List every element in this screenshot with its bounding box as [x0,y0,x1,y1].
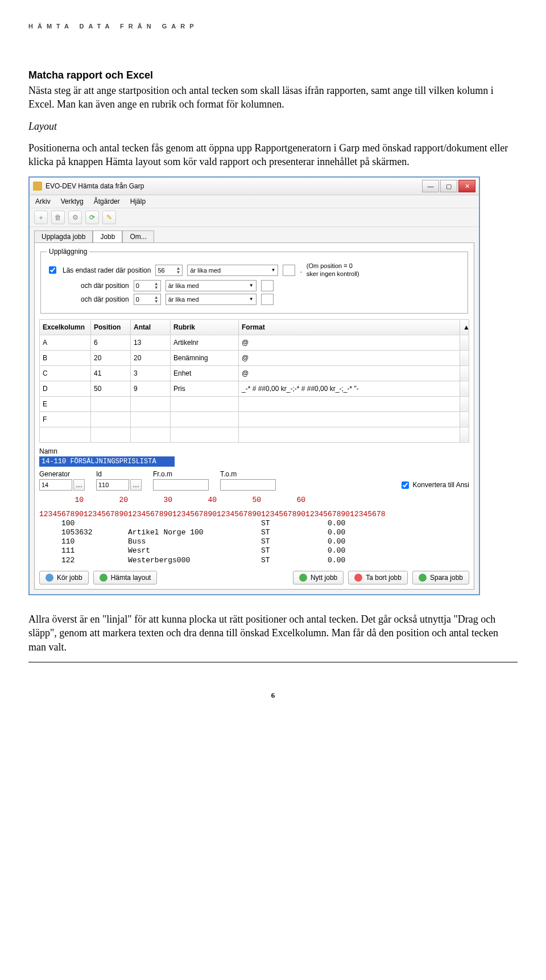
tab-upplagda-jobb[interactable]: Upplagda jobb [34,230,93,242]
id-input[interactable]: 110 [96,479,129,491]
app-icon [33,182,42,191]
page-number: 6 [28,691,518,700]
upplaggning-fieldset: Uppläggning Läs endast rader där positio… [40,248,468,313]
and-label-2: och där position [81,295,129,303]
op3-combo[interactable]: är lika med▼ [166,294,257,305]
gear-icon [46,574,53,582]
name-input[interactable]: 14-110 FÖRSÄLJNINGSPRISLISTA [39,456,175,467]
tab-body: Uppläggning Läs endast rader där positio… [34,242,474,590]
grid-header-position[interactable]: Position [91,319,131,335]
app-window: EVO-DEV Hämta data från Garp — ▢ ✕ Arkiv… [28,176,480,595]
ruler-tens: 10 20 30 40 50 60 [39,496,469,505]
op2-combo[interactable]: är lika med▼ [166,280,257,291]
titlebar: EVO-DEV Hämta data från Garp — ▢ ✕ [30,178,479,195]
tab-jobb[interactable]: Jobb [93,230,122,242]
toolbar-edit-icon[interactable]: ✎ [102,211,116,224]
window-title: EVO-DEV Hämta data från Garp [46,182,144,190]
grid-header-antal[interactable]: Antal [131,319,171,335]
maximize-button[interactable]: ▢ [440,180,457,192]
run-job-button[interactable]: Kör jobb [39,571,89,584]
grid-header-format[interactable]: Format [239,319,460,335]
preview-row[interactable]: 110 Buss ST 0.00 [39,537,469,546]
report-fields: Namn 14-110 FÖRSÄLJNINGSPRISLISTA Genera… [39,447,469,584]
ansi-checkbox[interactable] [402,481,409,489]
menu-hjalp[interactable]: Hjälp [130,197,146,205]
plus-icon [299,574,307,582]
generator-browse-button[interactable]: … [73,479,85,491]
val2-input[interactable] [261,280,274,291]
position3-spinner[interactable]: 0▲▼ [134,294,161,305]
grid-scroll-up[interactable]: ▲ [460,319,469,335]
minimize-button[interactable]: — [422,180,439,192]
trash-icon [354,574,362,582]
preview-row[interactable]: 1053632 Artikel Norge 100 ST 0.00 [39,528,469,537]
position1-spinner[interactable]: 56▲▼ [155,265,183,276]
section2-title: Layout [28,120,518,133]
fetch-layout-button[interactable]: Hämta layout [93,571,158,584]
to-label: T.o.m [220,470,276,478]
footer-rule [28,662,518,662]
and-label-1: och där position [81,282,129,290]
delete-job-button[interactable]: Ta bort jobb [348,571,408,584]
id-browse-button[interactable]: … [130,479,142,491]
hint-text: (Om position = 0sker ingen kontroll) [307,262,359,277]
button-bar: Kör jobb Hämta layout Nytt jobb Ta bort … [39,571,469,584]
section2-paragraph: Positionerna och antal tecken fås genom … [28,141,518,169]
section1-title: Matcha rapport och Excel [28,69,518,81]
from-input[interactable] [153,479,209,491]
toolbar-run-icon[interactable]: ⚙ [68,211,82,224]
columns-grid[interactable]: Excelkolumn Position Antal Rubrik Format… [39,319,469,443]
menu-arkiv[interactable]: Arkiv [35,197,51,205]
table-row[interactable]: D509Pris_-* # ##0,00 kr_-;-* # ##0,00 kr… [40,381,469,396]
preview-row[interactable]: 122 Westerbergs000 ST 0.00 [39,556,469,565]
op1-combo[interactable]: är lika med▼ [187,265,278,276]
preview-row[interactable]: 111 Wesrt ST 0.00 [39,546,469,555]
grid-header-rubrik[interactable]: Rubrik [171,319,239,335]
ruler-ones: 1234567890123456789012345678901234567890… [39,510,469,519]
menu-atgarder[interactable]: Åtgärder [94,197,120,205]
table-row[interactable]: F [40,411,469,427]
ansi-label: Konvertera till Ansi [413,481,469,489]
table-row[interactable]: C413Enhet@ [40,365,469,381]
refresh-icon [100,574,107,582]
fieldset-legend: Uppläggning [47,248,89,256]
generator-input[interactable]: 14 [39,479,72,491]
save-job-button[interactable]: Spara jobb [412,571,469,584]
toolbar-delete-icon[interactable]: 🗑 [51,211,65,224]
read-only-rows-checkbox[interactable] [49,266,56,274]
generator-label: Generator [39,470,85,478]
to-input[interactable] [220,479,276,491]
dot-label: . [300,266,301,274]
table-row[interactable]: B2020Benämning@ [40,350,469,365]
table-row[interactable]: E [40,396,469,411]
position2-spinner[interactable]: 0▲▼ [134,280,161,291]
check-icon [419,574,427,582]
grid-header-excelkolumn[interactable]: Excelkolumn [40,319,91,335]
section1-paragraph: Nästa steg är att ange startposition och… [28,84,518,112]
val1-input[interactable] [283,265,295,276]
name-label: Namn [39,447,469,455]
toolbar: ＋ 🗑 ⚙ ⟳ ✎ [30,208,479,227]
id-label: Id [96,470,142,478]
footer-paragraph: Allra överst är en "linjal" för att kunn… [28,612,518,654]
tabstrip: Upplagda jobb Jobb Om... [30,227,479,242]
menubar: Arkiv Verktyg Åtgärder Hjälp [30,195,479,208]
table-row[interactable]: A613Artikelnr@ [40,335,469,350]
tab-om[interactable]: Om... [122,230,154,242]
menu-verktyg[interactable]: Verktyg [61,197,84,205]
close-button[interactable]: ✕ [458,180,475,192]
page-header: HÄMTA DATA FRÅN GARP [28,23,518,30]
toolbar-new-icon[interactable]: ＋ [34,211,48,224]
preview-row[interactable]: 100 ST 0.00 [39,519,469,528]
checkbox-label: Läs endast rader där position [63,266,151,274]
new-job-button[interactable]: Nytt jobb [293,571,344,584]
toolbar-refresh-icon[interactable]: ⟳ [85,211,99,224]
from-label: Fr.o.m [153,470,209,478]
val3-input[interactable] [261,294,274,305]
table-row[interactable] [40,427,469,442]
